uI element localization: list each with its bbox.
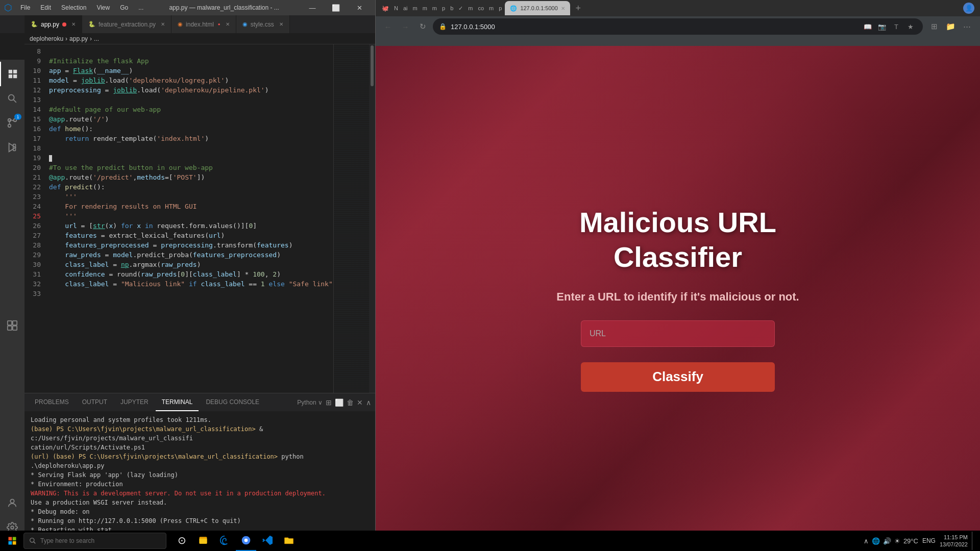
editor-tabs: 🐍 app.py ✕ 🐍 feature_extraction.py ✕ ◉ i…	[0, 15, 375, 33]
breadcrumb-app-py[interactable]: app.py	[69, 35, 88, 42]
tab-close-css[interactable]: ✕	[279, 21, 283, 27]
start-button[interactable]	[2, 531, 22, 551]
browser-nav-bar: ← → ↻ 🔒 127.0.0.1:5000 📖 📷 T ★ ⊞ 📁 ⋯	[376, 16, 980, 37]
tray-up-arrow[interactable]: ∧	[864, 537, 869, 545]
activity-account[interactable]	[0, 491, 24, 515]
titlebar-menus: File Edit Selection View Go ...	[16, 3, 148, 12]
scrollbar[interactable]	[369, 44, 375, 393]
favicon-m4[interactable]: m	[466, 4, 475, 12]
panel-toggle-up[interactable]: ∧	[366, 398, 371, 407]
code-line-31: confidence = round(raw_preds[0][class_la…	[49, 269, 333, 279]
activity-run[interactable]	[0, 135, 24, 160]
taskbar-explorer[interactable]	[279, 531, 299, 551]
tab-index-html[interactable]: ◉ index.html ● ✕	[172, 15, 236, 33]
web-app-title: Malicious URL Classifier	[579, 205, 776, 273]
maximize-panel[interactable]: ⬜	[335, 398, 344, 407]
show-desktop-btn[interactable]	[972, 532, 974, 550]
reload-button[interactable]: ↻	[414, 18, 431, 35]
screenshot-icon[interactable]: 📷	[876, 20, 888, 33]
favicon-m5[interactable]: m	[487, 4, 496, 12]
collections-icon[interactable]: 📁	[943, 19, 958, 34]
close-panel[interactable]: ✕	[357, 398, 363, 407]
menu-file[interactable]: File	[16, 3, 34, 12]
browser-profile[interactable]: 👤	[962, 1, 976, 15]
breadcrumb-deploheroku[interactable]: deploheroku	[30, 35, 63, 42]
favicon-check[interactable]: ✓	[456, 4, 465, 13]
browser-tab-close-localhost[interactable]: ✕	[561, 6, 565, 11]
taskbar-vscode-app[interactable]	[257, 531, 278, 551]
new-tab-button[interactable]: +	[571, 1, 585, 15]
activity-search[interactable]	[0, 86, 24, 111]
taskbar-search-input[interactable]	[40, 537, 142, 544]
favicon-m3[interactable]: m	[430, 4, 439, 12]
tab-feature-extraction[interactable]: 🐍 feature_extraction.py ✕	[82, 15, 172, 33]
vscode-panel: ⬡ File Edit Selection View Go ... app.py…	[0, 0, 375, 551]
favicon-m2[interactable]: m	[421, 4, 429, 12]
tab-debug-console[interactable]: DEBUG CONSOLE	[200, 393, 265, 411]
menu-view[interactable]: View	[92, 3, 114, 12]
minimize-button[interactable]: —	[301, 0, 324, 15]
terminal-content[interactable]: Loading personal and system profiles too…	[24, 411, 375, 551]
activity-source-control[interactable]: 1	[0, 111, 24, 135]
favicon-m1[interactable]: m	[411, 4, 420, 12]
favicon-co[interactable]: co	[476, 4, 486, 12]
split-terminal[interactable]: ⊞	[326, 398, 332, 407]
kill-terminal[interactable]: 🗑	[347, 398, 354, 407]
address-bar[interactable]: 🔒 127.0.0.1:5000 📖 📷 T ★	[433, 18, 923, 35]
scroll-thumb[interactable]	[371, 45, 374, 86]
back-button[interactable]: ←	[380, 18, 396, 35]
translate-icon[interactable]: T	[890, 20, 902, 33]
favicon-github[interactable]: 🐙	[380, 4, 391, 13]
tab-output[interactable]: OUTPUT	[76, 393, 113, 411]
tab-close-html[interactable]: ✕	[226, 21, 230, 27]
read-mode-icon[interactable]: 📖	[862, 20, 874, 33]
tab-close-fe[interactable]: ✕	[161, 21, 165, 27]
favicon-n[interactable]: N	[392, 4, 400, 12]
favicon-b[interactable]: b	[448, 4, 455, 12]
tab-icon-css: ◉	[242, 21, 248, 28]
taskbar-cortana[interactable]: ⊙	[172, 531, 192, 551]
taskbar-chrome[interactable]	[236, 531, 256, 551]
star-icon[interactable]: ★	[904, 20, 917, 33]
tab-jupyter[interactable]: JUPYTER	[114, 393, 155, 411]
window-controls: — ⬜ ✕	[301, 0, 371, 15]
clock-date: 13/07/2022	[940, 541, 968, 548]
menu-edit[interactable]: Edit	[36, 3, 55, 12]
panel-tab-bar: PROBLEMS OUTPUT JUPYTER TERMINAL DEBUG C…	[24, 393, 375, 411]
tray-volume-icon[interactable]: 🔊	[883, 537, 891, 545]
breadcrumb-more[interactable]: ...	[94, 35, 99, 42]
close-button[interactable]: ✕	[348, 0, 371, 15]
forward-button[interactable]: →	[397, 18, 413, 35]
tab-problems[interactable]: PROBLEMS	[29, 393, 75, 411]
svg-point-2	[8, 124, 11, 128]
code-line-29: raw_preds = model.predict_proba(features…	[49, 250, 333, 260]
tab-style-css[interactable]: ◉ style.css ✕	[236, 15, 290, 33]
menu-more[interactable]: ...	[134, 3, 148, 12]
code-line-19	[49, 153, 333, 163]
tab-app-py[interactable]: 🐍 app.py ✕	[24, 15, 82, 33]
browser-tab-localhost[interactable]: 🌐 127.0.0.1:5000 ✕	[505, 1, 570, 15]
svg-rect-9	[8, 325, 12, 330]
system-clock[interactable]: 11:15 PM 13/07/2022	[940, 534, 968, 548]
menu-go[interactable]: Go	[116, 3, 132, 12]
favicon-p1[interactable]: p	[440, 4, 447, 12]
favicon-ai[interactable]: ai	[401, 4, 410, 12]
favicon-p2[interactable]: p	[497, 4, 504, 12]
url-input[interactable]	[581, 320, 775, 347]
tray-network-icon[interactable]: 🌐	[872, 537, 880, 545]
activity-extensions[interactable]	[0, 313, 24, 338]
browser-settings-icon[interactable]: ⋯	[960, 19, 974, 34]
activity-explorer[interactable]	[0, 62, 24, 86]
taskbar-files[interactable]	[193, 531, 213, 551]
tab-close-button[interactable]: ✕	[71, 21, 76, 27]
maximize-button[interactable]: ⬜	[324, 0, 348, 15]
menu-selection[interactable]: Selection	[57, 3, 90, 12]
taskbar-edge[interactable]	[214, 531, 235, 551]
code-editor[interactable]: #Initialize the flask App app = Flask(__…	[45, 44, 333, 393]
classify-button[interactable]: Classify	[581, 362, 775, 392]
code-line-16: def home():	[49, 124, 333, 134]
tab-terminal[interactable]: TERMINAL	[156, 393, 199, 411]
extensions-icon[interactable]: ⊞	[927, 19, 941, 34]
taskbar-search[interactable]	[23, 533, 166, 549]
keyboard-language[interactable]: ENG	[922, 537, 936, 544]
